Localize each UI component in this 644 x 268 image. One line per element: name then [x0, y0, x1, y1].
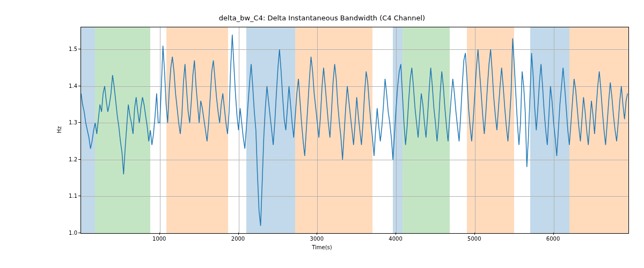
- chart-title: delta_bw_C4: Delta Instantaneous Bandwid…: [0, 14, 644, 22]
- x-tick-label: 2000: [228, 236, 249, 242]
- x-tick-label: 4000: [385, 236, 406, 242]
- x-tick-label: 5000: [464, 236, 485, 242]
- tick-mark: [474, 233, 475, 235]
- tick-mark: [159, 233, 160, 235]
- y-tick-label: 1.4: [56, 83, 77, 88]
- y-tick-label: 1.1: [56, 193, 77, 199]
- tick-mark: [317, 233, 317, 235]
- tick-mark: [78, 233, 80, 233]
- x-tick-label: 6000: [543, 236, 564, 242]
- tick-mark: [396, 233, 396, 235]
- y-tick-label: 1.5: [56, 46, 77, 52]
- line-trace: [81, 27, 628, 233]
- plot-area: [80, 27, 629, 234]
- y-tick-label: 1.3: [56, 120, 77, 125]
- grid-line-horizontal: [81, 233, 628, 234]
- y-tick-label: 1.0: [56, 230, 77, 236]
- y-tick-label: 1.2: [56, 156, 77, 162]
- tick-mark: [553, 233, 554, 235]
- tick-mark: [78, 122, 80, 123]
- y-axis-label: Hz: [56, 126, 62, 133]
- tick-mark: [238, 233, 239, 235]
- x-axis-label: Time(s): [0, 244, 644, 250]
- x-tick-label: 3000: [306, 236, 327, 242]
- tick-mark: [78, 49, 80, 49]
- tick-mark: [78, 159, 80, 160]
- tick-mark: [78, 196, 80, 196]
- x-tick-label: 1000: [149, 236, 170, 242]
- tick-mark: [78, 86, 80, 86]
- chart-container: delta_bw_C4: Delta Instantaneous Bandwid…: [0, 0, 644, 268]
